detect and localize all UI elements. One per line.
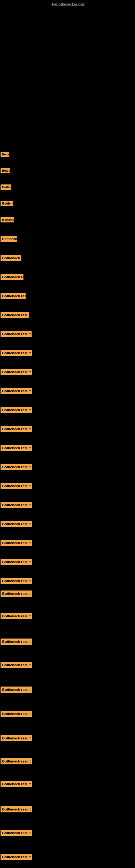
bottleneck-result-label: Bottleneck result xyxy=(1,388,32,394)
bottleneck-result-label: Bottleneck result xyxy=(1,426,32,432)
bottleneck-result-label: Bottleneck result xyxy=(1,255,21,261)
bottleneck-result-label: Bottleneck result xyxy=(1,293,26,299)
bottleneck-result-label: Bottleneck result xyxy=(1,854,32,860)
bottleneck-result-label: Bottleneck result xyxy=(1,590,32,597)
bottleneck-result-label: Bottleneck result xyxy=(1,369,32,375)
bottleneck-result-label: Bottleneck result xyxy=(1,735,32,741)
bottleneck-result-label: Bottleneck result xyxy=(1,711,32,717)
bottleneck-result-label: Bottleneck result xyxy=(1,464,32,470)
bottleneck-result-label: Bottleneck result xyxy=(1,830,32,836)
bottleneck-result-label: Bottleneck result xyxy=(1,686,32,693)
bottleneck-result-label: Bottleneck result xyxy=(1,312,29,318)
bottleneck-result-label: Bottleneck result xyxy=(1,781,32,787)
bottleneck-result-label: Bottleneck result xyxy=(1,540,32,546)
bottleneck-result-label: Bottleneck result xyxy=(1,521,32,527)
bottleneck-result-label: Bottleneck result xyxy=(1,184,11,190)
bottleneck-result-label: Bottleneck result xyxy=(1,168,10,173)
bottleneck-result-label: Bottleneck result xyxy=(1,236,17,242)
bottleneck-result-label: Bottleneck result xyxy=(1,559,32,565)
bottleneck-result-label: Bottleneck result xyxy=(1,407,32,413)
bottleneck-result-label: Bottleneck result xyxy=(1,639,32,645)
bottleneck-result-label: Bottleneck result xyxy=(1,806,32,812)
bottleneck-result-label: Bottleneck result xyxy=(1,502,32,508)
bottleneck-result-label: Bottleneck result xyxy=(1,217,14,222)
bottleneck-result-label: Bottleneck result xyxy=(1,662,32,668)
site-title: TheBottlenecker.com xyxy=(50,2,85,6)
bottleneck-result-label: Bottleneck result xyxy=(1,613,32,619)
bottleneck-result-label: Bottleneck result xyxy=(1,578,32,584)
bottleneck-result-label: Bottleneck result xyxy=(1,274,24,280)
bottleneck-result-label: Bottleneck result xyxy=(1,152,9,157)
bottleneck-result-label: Bottleneck result xyxy=(1,445,32,451)
bottleneck-result-label: Bottleneck result xyxy=(1,201,13,206)
bottleneck-result-label: Bottleneck result xyxy=(1,758,32,764)
bottleneck-result-label: Bottleneck result xyxy=(1,350,32,356)
bottleneck-result-label: Bottleneck result xyxy=(1,483,32,489)
bottleneck-result-label: Bottleneck result xyxy=(1,331,32,337)
